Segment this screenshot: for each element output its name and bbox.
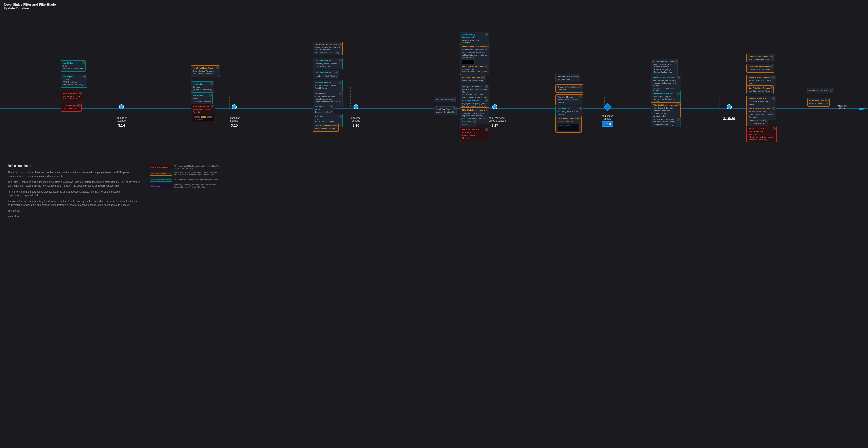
card-major-semi-automated: MAJOR FEATURE: Semi-Automated Adjustment… — [746, 126, 777, 142]
league-dot-3192 — [726, 104, 732, 109]
app-title: NeverSink's Filter and FilterBlade — [4, 2, 864, 6]
legend-label-filter: these features are modifications to the … — [174, 171, 220, 176]
card-economy-screen: FilterBlade Feature: Economy Screen ✓ — [746, 118, 768, 126]
league-label-done: when itsdone — [837, 104, 846, 110]
card-variable-item-quality: New Filter Feature: Variable Item Qualit… — [434, 106, 457, 115]
league-316[interactable]: ScourgeLeague 3.16 — [351, 104, 361, 127]
info-para-6: NeverSink — [7, 215, 141, 219]
league-version-315: 3.15 — [228, 123, 240, 127]
legend-item-styles: New Styles: Filter Styles modify the app… — [150, 184, 220, 188]
card-cluster-jewel: New Filter Feature: Economy Based Cluste… — [312, 80, 343, 91]
card-unrevealed-secret: unrevealed secret feature ✓ — [807, 88, 834, 93]
card-major-aws: MAJOR FEATURE: Migrated FilterBladeto AW… — [61, 91, 83, 102]
league-version-316: 3.16 — [351, 123, 361, 127]
league-dot-315 — [232, 104, 237, 109]
card-refine-endgame: Refine endgame crafting and endgame rare… — [651, 117, 681, 127]
card-dl-saveload-merge: FilterBlade Feature: Download + SaveLoad… — [746, 96, 776, 107]
info-section: Information: This is a broad timeline. F… — [4, 160, 145, 225]
legend-item-fb: New FilterBlade Feature: These features … — [150, 178, 220, 182]
legend-label-styles: Filter Styles modify the appearance of t… — [174, 184, 220, 188]
card-global-style-edit: New FilterBlade Feature: "Global Style E… — [556, 116, 582, 133]
legend-item-major: MAJOR FEATURE: These are MAJOR changes t… — [150, 165, 220, 169]
league-version-314: 3.14 — [116, 123, 127, 127]
legend-label-major: These are MAJOR changes that effect the … — [174, 165, 220, 169]
legend-color-styles: New Styles: — [150, 184, 173, 188]
card-better-tutorials: FilterBlade Improvements: Better Tutoria… — [746, 75, 776, 86]
card-endgame-flask: Endgame Flask Tiering Overhaul ✓ — [556, 84, 583, 93]
info-para-4: If you're interested in supporting the d… — [7, 199, 141, 207]
card-custom-strictnesses: FilterBlade Feature: Custom Strictnesses… — [807, 98, 830, 107]
card-fb-socket-filtering: FilterBlade Improvements: better socket-… — [746, 54, 775, 62]
card-reworked-identmod: Reworked Filter Feature: Identified Mod … — [312, 123, 339, 132]
card-economy-base-splinter: New Feature: Economy Base Splinter Tieri… — [556, 106, 583, 117]
card-major-fb-custom: MAJOR FEATURE: FilterBlade CustomPresets… — [191, 104, 215, 123]
app-subtitle: Update Timeline — [4, 6, 864, 10]
league-label-318: midleagueupdate — [602, 115, 613, 120]
card-influenced-item: Reworked Filter Feature: Influenced Item… — [460, 75, 486, 83]
legend-color-major: MAJOR FEATURE: — [150, 165, 173, 169]
league-314[interactable]: UltimatumLeague 3.14 — [116, 104, 127, 127]
league-3192[interactable]: 3.19/20 — [723, 104, 735, 121]
card-technical-improvements: Technical Improvements: - Login Auto-Ref… — [651, 59, 678, 75]
info-para-2: The Filter, FilterBlade and subscribe st… — [7, 180, 141, 188]
league-label-316: ScourgeLeague — [351, 117, 361, 122]
league-dot-317 — [492, 104, 497, 109]
card-loot-sim-rework: New FilterBlade Feature: Loot Simulator … — [746, 85, 773, 94]
info-para-5: Thank you! — [7, 209, 141, 213]
legend-label-fb: These features mostly affect filterblade… — [174, 179, 220, 181]
card-highlevel-flask: New Filter Feature: High Level Flask Fil… — [312, 70, 339, 79]
card-fb-feature-315: New FilterBlade Feature: Quick-Saving, A… — [191, 65, 220, 77]
card-fb-improvements-316a: FilterBlade "Improvements": Mxzen Soundt… — [312, 41, 343, 55]
card-major-autoupdate: MAJOR FEATURE: FILTERBLADE AUTOUPDATE( b… — [460, 127, 489, 141]
info-para-3: For more information, a place to discuss… — [7, 190, 141, 197]
league-dot-318 — [603, 103, 611, 111]
card-identmod-318: Identified Mod Filtering Improvements ✓ — [556, 74, 581, 82]
legend-section: MAJOR FEATURE: These are MAJOR changes t… — [150, 165, 220, 225]
league-dot-316 — [353, 104, 358, 109]
card-styles-crimson: New Styles: Crimson(High Contrast Reds) … — [191, 81, 214, 93]
card-styles-azure-315: New Styles: Azure(Blues and Yellows) ✓ — [191, 93, 213, 104]
league-label-315: ExpeditionLeague — [228, 117, 240, 122]
league-318[interactable]: midleagueupdate 3.18 — [602, 104, 613, 127]
timeline-area: UltimatumLeague 3.14 ExpeditionLeague 3.… — [0, 11, 868, 157]
league-when-done: when itsdone — [837, 104, 846, 110]
legend-item-filter: New Filter Feature: these features are m… — [150, 171, 220, 176]
league-315[interactable]: ExpeditionLeague 3.15 — [228, 104, 240, 127]
svg-marker-1 — [859, 108, 868, 110]
legend-color-fb: New FilterBlade Feature: — [150, 178, 173, 182]
card-fb-improvements-317b: FilterBlade Improvements: Reworked right… — [460, 64, 489, 75]
card-major-filter-v8: MAJOR FEATURE: Filter Version 8.0 ✓ — [61, 103, 82, 112]
card-custom-rule-ui: FilterBlade Improvements: Custom Rule UI… — [746, 64, 774, 73]
card-styles-elder: New Styles: Elder(Minimalist Dark Mode) … — [61, 60, 85, 72]
league-label-314: UltimatumLeague — [116, 117, 127, 122]
league-version-317: 3.17 — [484, 123, 506, 127]
timeline-svg — [0, 11, 868, 157]
card-strictness-overhaul: Strictness Overhaul ✓ — [434, 97, 456, 102]
info-title: Information: — [7, 164, 141, 168]
league-version-318: 3.18 — [602, 121, 613, 127]
card-unique-tinting: Unique Tinting Improvement: Failed Uniqu… — [460, 32, 489, 45]
league-dot-314 — [119, 104, 124, 109]
header: NeverSink's Filter and FilterBlade Updat… — [0, 0, 868, 11]
card-economy-stacked-currency: New Filter Feature: Economy Based Stacke… — [312, 58, 343, 69]
league-version-3192: 3.19/20 — [723, 117, 735, 121]
legend-color-filter: New Filter Feature: — [150, 172, 173, 176]
card-reworked-economy-318: Reworked Economy Based Currency Shard Ti… — [556, 94, 583, 105]
card-styles-lunaris: New Styles: LunarisWolfi & Krajingc(Pure… — [61, 74, 87, 88]
info-para-1: This is a broad timeline. Features can b… — [7, 171, 141, 178]
